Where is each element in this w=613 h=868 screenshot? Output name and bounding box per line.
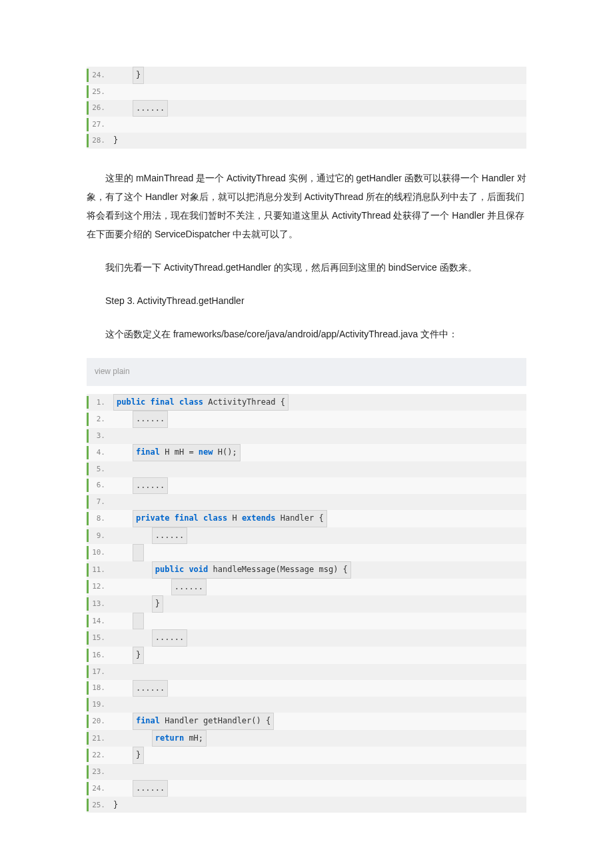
code-text: ...... <box>111 100 526 117</box>
code-line: 5. <box>87 461 526 477</box>
code-line: 2. ...... <box>87 411 526 428</box>
code-line: 17. <box>87 664 526 680</box>
code-line: 28.} <box>87 133 526 149</box>
code-text: private final class H extends Handler { <box>111 510 526 527</box>
code-line: 23. <box>87 764 526 780</box>
line-number: 21. <box>87 732 111 745</box>
code-text: ...... <box>111 411 526 428</box>
paragraph-3: Step 3. ActivityThread.getHandler <box>87 291 526 310</box>
code-block-1: 24. }25.26. ......27.28.} <box>87 67 526 149</box>
line-number: 6. <box>87 479 111 492</box>
code-text: ...... <box>111 477 526 495</box>
code-text <box>111 544 526 561</box>
line-number: 10. <box>87 546 111 559</box>
code-line: 14. <box>87 613 526 630</box>
paragraph-1: 这里的 mMainThread 是一个 ActivityThread 实例，通过… <box>87 169 526 243</box>
code-line: 20. final Handler getHandler() { <box>87 713 526 730</box>
code-line: 12. ...... <box>87 579 526 596</box>
code-line: 16. } <box>87 647 526 664</box>
line-number: 13. <box>87 597 111 611</box>
line-number: 4. <box>87 446 111 459</box>
line-number: 14. <box>87 615 111 628</box>
code-line: 8. private final class H extends Handler… <box>87 510 526 527</box>
line-number: 28. <box>87 134 111 147</box>
line-number: 24. <box>87 69 111 82</box>
view-plain-link[interactable]: view plain <box>87 358 526 386</box>
line-number: 22. <box>87 749 111 762</box>
code-line: 21. return mH; <box>87 730 526 747</box>
line-number: 7. <box>87 495 111 509</box>
code-line: 24. } <box>87 67 526 84</box>
code-text: return mH; <box>111 730 526 747</box>
line-number: 24. <box>87 782 111 795</box>
line-number: 3. <box>87 429 111 443</box>
line-number: 1. <box>87 396 111 409</box>
code-text: public void handleMessage(Message msg) { <box>111 561 526 579</box>
code-text: ...... <box>111 527 526 545</box>
code-line: 18. ...... <box>87 680 526 697</box>
code-line: 19. <box>87 697 526 713</box>
code-line: 13. } <box>87 595 526 613</box>
code-line: 27. <box>87 117 526 133</box>
code-text: } <box>111 595 526 613</box>
line-number: 27. <box>87 118 111 131</box>
code-text: final H mH = new H(); <box>111 444 526 461</box>
code-text: ...... <box>111 780 526 797</box>
code-text: final Handler getHandler() { <box>111 713 526 730</box>
code-text: } <box>111 67 526 84</box>
line-number: 15. <box>87 631 111 645</box>
code-text: } <box>111 133 526 148</box>
code-text <box>111 613 526 630</box>
line-number: 20. <box>87 715 111 728</box>
code-line: 4. final H mH = new H(); <box>87 444 526 461</box>
line-number: 9. <box>87 529 111 543</box>
paragraph-2: 我们先看一下 ActivityThread.getHandler 的实现，然后再… <box>87 258 526 277</box>
code-text: ...... <box>111 680 526 697</box>
code-text: } <box>111 747 526 764</box>
code-line: 25.} <box>87 797 526 813</box>
line-number: 8. <box>87 512 111 525</box>
code-text: ...... <box>111 629 526 647</box>
line-number: 17. <box>87 665 111 679</box>
code-line: 25. <box>87 84 526 100</box>
code-line: 3. <box>87 428 526 444</box>
line-number: 25. <box>87 85 111 99</box>
code-line: 6. ...... <box>87 477 526 495</box>
code-text: } <box>111 798 526 813</box>
line-number: 2. <box>87 413 111 426</box>
code-line: 15. ...... <box>87 629 526 647</box>
line-number: 12. <box>87 580 111 593</box>
line-number: 16. <box>87 649 111 662</box>
code-block-2: 1.public final class ActivityThread {2. … <box>87 394 526 813</box>
paragraph-4: 这个函数定义在 frameworks/base/core/java/androi… <box>87 325 526 343</box>
code-line: 24. ...... <box>87 780 526 797</box>
code-line: 22. } <box>87 747 526 764</box>
code-line: 26. ...... <box>87 100 526 117</box>
line-number: 11. <box>87 563 111 577</box>
line-number: 18. <box>87 681 111 695</box>
code-text: ...... <box>111 579 526 596</box>
line-number: 26. <box>87 101 111 115</box>
code-text: public final class ActivityThread { <box>111 394 526 411</box>
line-number: 25. <box>87 799 111 812</box>
line-number: 19. <box>87 698 111 711</box>
code-line: 9. ...... <box>87 527 526 545</box>
code-line: 1.public final class ActivityThread { <box>87 394 526 411</box>
code-line: 7. <box>87 494 526 510</box>
code-line: 11. public void handleMessage(Message ms… <box>87 561 526 579</box>
line-number: 23. <box>87 765 111 779</box>
code-text: } <box>111 647 526 664</box>
line-number: 5. <box>87 463 111 476</box>
code-line: 10. <box>87 544 526 561</box>
